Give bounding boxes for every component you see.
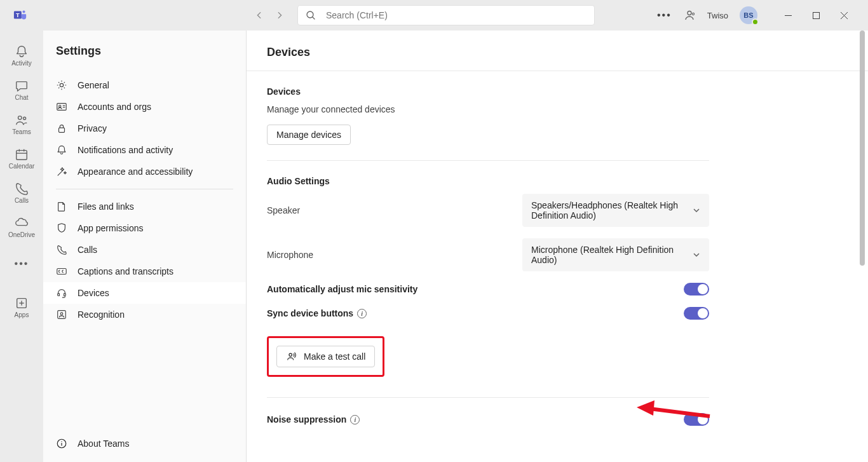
close-button[interactable] <box>830 5 858 25</box>
maximize-button[interactable] <box>802 5 830 25</box>
rail-calls[interactable]: Calls <box>0 175 43 210</box>
test-call-button[interactable]: Make a test call <box>276 346 375 367</box>
devices-section-title: Devices <box>267 86 709 97</box>
scrollbar[interactable] <box>860 31 866 266</box>
svg-point-22 <box>59 105 61 107</box>
settings-item-recognition[interactable]: Recognition <box>43 304 246 325</box>
microphone-label: Microphone <box>267 250 313 260</box>
rail-more[interactable]: ••• <box>0 247 43 281</box>
page-title: Devices <box>267 46 848 59</box>
auto-adjust-label: Automatically adjust mic sensitivity <box>267 284 417 294</box>
microphone-select[interactable]: Microphone (Realtek High Definition Audi… <box>522 238 709 271</box>
sync-buttons-toggle[interactable] <box>684 307 709 320</box>
teams-logo: T <box>5 8 36 22</box>
search-input[interactable] <box>326 10 587 20</box>
search-bar[interactable] <box>297 5 595 25</box>
svg-point-20 <box>60 83 63 86</box>
rail-onedrive[interactable]: OneDrive <box>0 210 43 244</box>
rail-calendar[interactable]: Calendar <box>0 141 43 175</box>
people-icon[interactable] <box>683 9 696 22</box>
user-avatar[interactable]: BS <box>740 6 757 24</box>
rail-activity[interactable]: Activity <box>0 38 43 72</box>
info-icon[interactable]: i <box>350 415 360 425</box>
svg-point-6 <box>692 13 694 15</box>
presence-badge <box>752 18 759 25</box>
id-card-icon <box>56 101 67 112</box>
svg-rect-25 <box>59 128 65 132</box>
svg-point-2 <box>22 10 25 13</box>
more-options-button[interactable]: ••• <box>657 10 672 21</box>
svg-rect-13 <box>17 150 27 160</box>
app-rail: Activity Chat Teams Calendar Calls OneDr… <box>0 31 43 462</box>
info-icon[interactable]: i <box>357 309 367 318</box>
rail-apps[interactable]: Apps <box>0 290 43 324</box>
settings-item-files[interactable]: Files and links <box>43 196 246 217</box>
svg-point-3 <box>307 11 313 18</box>
test-call-icon <box>286 351 297 362</box>
noise-suppression-label: Noise suppression i <box>267 414 360 425</box>
gear-icon <box>56 79 67 91</box>
speaker-select[interactable]: Speakers/Headphones (Realtek High Defini… <box>522 194 709 227</box>
svg-rect-8 <box>813 12 819 18</box>
svg-line-4 <box>313 17 315 19</box>
search-icon <box>306 10 316 20</box>
minimize-button[interactable] <box>774 5 802 25</box>
settings-item-captions[interactable]: Captions and transcripts <box>43 261 246 282</box>
highlight-annotation: Make a test call <box>267 336 384 377</box>
user-name: Twiso <box>707 11 728 20</box>
svg-point-28 <box>60 313 63 315</box>
svg-point-11 <box>18 116 22 119</box>
speaker-label: Speaker <box>267 205 300 215</box>
lock-icon <box>56 123 67 134</box>
svg-point-32 <box>289 353 292 357</box>
settings-item-calls[interactable]: Calls <box>43 239 246 261</box>
headset-icon <box>56 287 67 299</box>
sync-buttons-label: Sync device buttons i <box>267 308 367 318</box>
file-icon <box>56 201 67 212</box>
captions-icon <box>56 266 67 277</box>
settings-item-notifications[interactable]: Notifications and activity <box>43 139 246 161</box>
settings-item-accounts[interactable]: Accounts and orgs <box>43 96 246 118</box>
shield-icon <box>56 222 67 234</box>
settings-item-appearance[interactable]: Appearance and accessibility <box>43 161 246 182</box>
rail-chat[interactable]: Chat <box>0 72 43 107</box>
settings-item-permissions[interactable]: App permissions <box>43 217 246 239</box>
rail-teams[interactable]: Teams <box>0 107 43 141</box>
manage-devices-button[interactable]: Manage devices <box>267 125 351 145</box>
about-teams-button[interactable]: About Teams <box>43 429 246 462</box>
settings-title: Settings <box>56 44 233 58</box>
audio-section-title: Audio Settings <box>267 176 709 186</box>
devices-section-desc: Manage your connected devices <box>267 104 709 114</box>
noise-suppression-toggle[interactable] <box>684 413 709 426</box>
nav-forward-button[interactable] <box>272 8 287 23</box>
settings-item-devices[interactable]: Devices <box>43 282 246 304</box>
bell-icon <box>56 144 67 156</box>
recognition-icon <box>56 309 67 320</box>
chevron-down-icon <box>693 207 700 214</box>
settings-sidebar: Settings General Accounts and orgs Priva… <box>43 31 247 462</box>
titlebar: T ••• Twiso BS <box>0 0 868 31</box>
settings-item-general[interactable]: General <box>43 74 246 96</box>
settings-item-privacy[interactable]: Privacy <box>43 118 246 139</box>
content-area: Devices Devices Manage your connected de… <box>247 31 868 462</box>
svg-point-5 <box>688 11 691 15</box>
auto-adjust-toggle[interactable] <box>684 283 709 296</box>
svg-rect-21 <box>57 104 66 111</box>
phone-icon <box>56 244 67 255</box>
svg-point-12 <box>24 117 26 119</box>
svg-text:T: T <box>16 12 20 18</box>
chevron-down-icon <box>693 251 700 259</box>
wand-icon <box>56 166 67 177</box>
info-icon <box>56 438 67 449</box>
nav-back-button[interactable] <box>252 8 267 23</box>
svg-point-30 <box>61 441 62 442</box>
